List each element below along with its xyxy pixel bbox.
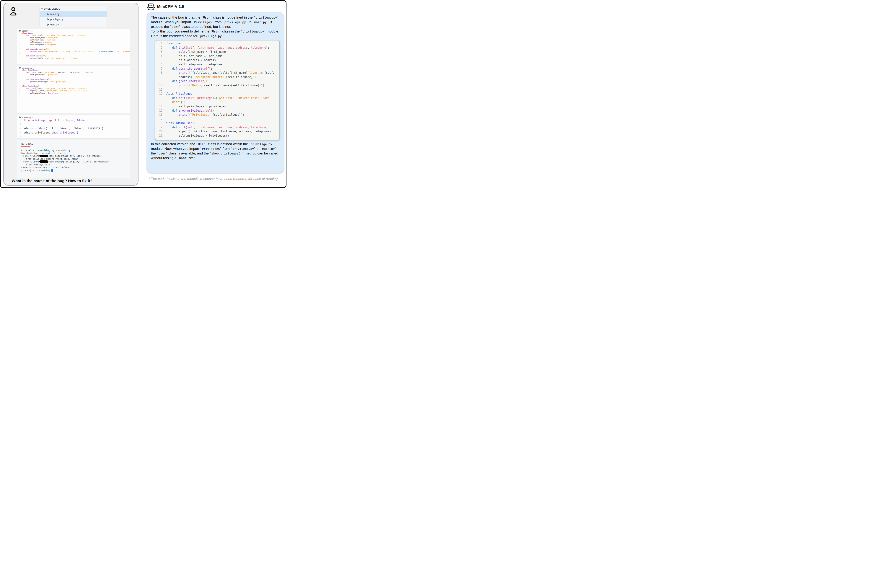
token-str: " [261,84,263,87]
breadcrumb-sep: › [29,30,30,32]
token-prm: self [187,96,194,100]
token-lfnp: print [30,57,35,59]
response-paragraph-2: To fix this bug, you need to define the … [151,29,280,38]
explorer-file-main.py[interactable]: main.py [40,12,107,17]
response-paragraph-3: In this corrected version, the `User` cl… [151,142,280,160]
token-lprm: privileges [47,74,58,76]
code-line: from privilege import Privileges, Admin [21,158,130,161]
token-lfnp: greet_user [30,55,40,57]
terminal-output[interactable]: (base) → case-debug python main.pyTraceb… [21,149,130,172]
token-lpln: , [78,90,79,92]
text-run: module. When you import [151,20,192,24]
code-line: 21self.privileges = Privileges() [155,134,278,138]
inline-code: `privilege.py` [254,16,279,19]
line-number: 5 [17,135,21,138]
code-line: 3admins = Admin('Lili', 'Wang', 'China',… [17,127,130,131]
token-pln: first_name, last_name, address, telephon… [201,130,270,133]
line-content: class Admin(User): [165,122,196,125]
token-pln: self.first_name [179,50,206,53]
line-number: 3 [17,74,20,76]
token-pln: .init [190,130,199,133]
token-op: = [204,63,206,66]
model-name: MiniCPM-V 2.6 [157,4,184,9]
line-content: self.privileges = Privileges() [22,92,60,94]
code-line: 8def describe_user(self): [17,48,130,50]
line-number: 9 [17,88,20,90]
token-str: "Hello, [190,84,204,87]
token-ag: → [33,149,34,152]
line-number: 3 [17,37,20,39]
token-fn: show_privileges [179,109,204,112]
line-number: 2 [17,123,21,126]
line-number: 12 [155,92,163,96]
token-tpln [34,169,37,172]
token-lkw: class [22,85,28,87]
token-kw: def [172,96,179,100]
inline-code: `User` [210,30,221,33]
token-lpln: () [58,92,60,94]
code-line: 12class Privileges: [155,92,278,96]
code-line: 10 [17,53,130,55]
code-line: 5def show_privileges(self): [17,78,130,81]
token-redact [40,160,48,163]
breadcrumb-more: ... [31,30,32,32]
token-lfnp: super [30,90,35,92]
figure-root: ∨ CASE-DEBUG main.py privilege.py user.p… [0,0,286,188]
code-line: 14 [17,62,130,64]
token-br: } [258,84,259,87]
token-br: [ [216,96,217,100]
line-content: class Privileges: [165,92,194,96]
inline-code: `User` [201,16,212,19]
token-pln: , [194,96,197,100]
token-br: ] [180,101,182,104]
token-op: ) [266,126,268,129]
code-line: 2def init(self, first_name, last_name, a… [155,46,278,50]
code-line: 12print(f"Hello, {self.last_name}{self.f… [17,57,130,59]
token-op: ) [266,46,268,49]
line-content: self.telephone = telephone [165,63,222,66]
code-line: 18class Admin(User): [155,122,278,126]
python-icon [47,18,49,21]
code-line: 4self.last_name = last_name [155,55,278,59]
explorer-file-privilege.py[interactable]: privilege.py [40,17,107,22]
token-lstr: "Privileges: [37,81,50,82]
token-kw: def [172,109,179,112]
code-line: 1class User: [155,42,278,46]
explorer-file-list: main.py privilege.py user.py [40,12,107,27]
line-number: 4 [17,39,20,41]
code-line: 14self.privileges = privileges [155,105,278,109]
case-panel: ∨ CASE-DEBUG main.py privilege.py user.p… [3,3,139,186]
code-line: 1from privilege import Privileges, Admin [17,119,130,123]
code-line: 2def __init__(self, privileges=['Add pos… [17,72,130,74]
line-number: 2 [17,72,20,73]
code-user-py: 1class User:2def __init__(self, first_na… [17,32,130,64]
token-lprm: address [70,90,78,92]
token-str: 'Delete post' [238,96,259,100]
code-line: 7 [17,83,130,85]
explorer-folder-row[interactable]: ∨ CASE-DEBUG [40,6,107,12]
token-fn: init [179,126,186,129]
token-lstr: lives in [72,50,81,52]
explorer-file-user.py[interactable]: user.py [40,22,107,27]
code-line: NameError: name 'User' is not defined [21,166,130,169]
token-tpln: Traceback (most recent call last): [21,152,66,154]
line-number: 7 [155,67,163,70]
token-op: ( [201,67,203,70]
token-lfnb: __init__ [30,34,38,36]
token-br: } [246,71,247,75]
response-bubble: The cause of the bug is that the `User` … [147,12,284,173]
token-tpln: case-debug/privilege.py", line 8, in <mo… [48,160,108,163]
token-fn: print [179,84,187,87]
line-content: (base) → case-debug [21,169,53,172]
breadcrumb-sep: › [33,67,34,69]
token-op: = [201,58,203,62]
python-icon [47,13,49,15]
rendered-code-block[interactable]: 1class User:2def init(self, first_name, … [155,40,280,140]
token-pln: , [234,96,238,100]
code-line: class Admin(User): [21,163,130,166]
token-str: " [253,75,254,79]
token-lpln: self.first_name [30,37,46,39]
token-lpln: ) [81,57,81,59]
token-prm: address [236,126,247,129]
text-run: class is defined within the [207,142,249,146]
